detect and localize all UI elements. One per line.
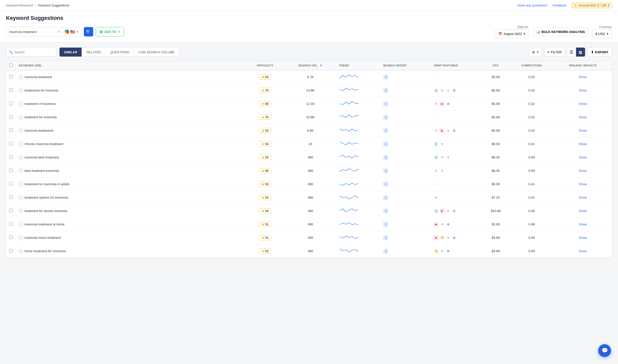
tab-low-search-volume[interactable]: LOW SEARCH VOLUME [134, 48, 179, 57]
header-keyword[interactable]: KEYWORD (359) [16, 61, 246, 70]
show-organic-link[interactable]: Show [579, 115, 587, 119]
add-keyword-button[interactable]: + [19, 128, 23, 133]
filter-bar: 🔍 SIMILAR RELATED QUESTIONS LOW SEARCH V… [6, 47, 612, 57]
header-serp-features[interactable]: SERP FEATURES [431, 61, 482, 70]
add-keyword-button[interactable]: + [19, 88, 23, 93]
tab-related[interactable]: RELATED [82, 48, 106, 57]
row-cpc: $8.45 [482, 151, 509, 164]
list-serp-icon: ≡ [446, 235, 451, 240]
serp-icons-group: $≡ [434, 142, 479, 147]
row-checkbox[interactable] [9, 169, 13, 172]
trend-sparkline [339, 153, 359, 161]
list-serp-icon: ≡ [440, 249, 445, 254]
breadcrumb-current: Keyword Suggestions [38, 3, 69, 7]
table-search-input[interactable] [14, 50, 54, 54]
row-checkbox[interactable] [9, 128, 13, 132]
row-search-vol: 12.1K [285, 97, 336, 111]
row-intent: I [380, 111, 431, 124]
difficulty-dot [262, 210, 264, 212]
add-keyword-button[interactable]: + [19, 249, 23, 253]
difficulty-dot [262, 90, 264, 91]
filter-button[interactable]: ≡ FILTER [544, 48, 565, 57]
show-organic-link[interactable]: Show [579, 249, 587, 253]
clear-search-button[interactable]: ✕ [56, 30, 62, 34]
currency-selector[interactable]: $ USD ▼ [592, 29, 612, 38]
dollar-serp-icon: $ [434, 142, 439, 147]
row-intent: I [380, 178, 431, 191]
header-competition[interactable]: COMPETITION [509, 61, 554, 70]
add-to-button[interactable]: ⊕ ADD TO ▼ [96, 27, 124, 36]
add-keyword-button[interactable]: + [19, 169, 23, 173]
breadcrumb-keyword-research[interactable]: Keyword Research [6, 3, 33, 7]
row-checkbox[interactable] [9, 249, 13, 252]
show-organic-link[interactable]: Show [579, 89, 587, 92]
export-button[interactable]: ⬆ EXPORT [587, 48, 612, 57]
tab-similar[interactable]: SIMILAR [60, 48, 82, 57]
row-checkbox[interactable] [9, 236, 13, 239]
network-serp-icon: ⊕ [446, 249, 451, 254]
add-keyword-button[interactable]: + [19, 195, 23, 200]
header-organic-results[interactable]: ORGANIC RESULTS [554, 61, 612, 70]
row-competition: 0.99 [509, 151, 554, 164]
list-serp-icon: ≡ [440, 155, 445, 160]
row-checkbox[interactable] [9, 102, 13, 105]
add-keyword-button[interactable]: + [19, 236, 23, 240]
row-serp-features: ≡ [431, 191, 482, 204]
search-button[interactable]: 🔍 [84, 27, 93, 36]
show-organic-link[interactable]: Show [579, 129, 587, 132]
row-checkbox[interactable] [9, 75, 13, 78]
header-search-vol[interactable]: SEARCH VOL. ▼ [285, 61, 336, 70]
show-organic-link[interactable]: Show [579, 155, 587, 159]
show-organic-link[interactable]: Show [579, 169, 587, 173]
date-picker-button[interactable]: 📅 August 2023 ▼ [495, 29, 529, 38]
row-keyword: + best treatment insomnia [16, 164, 246, 178]
row-checkbox[interactable] [9, 222, 13, 226]
row-competition: 0.32 [509, 124, 554, 137]
keyword-input[interactable] [6, 30, 56, 34]
add-keyword-button[interactable]: + [19, 222, 23, 227]
add-keyword-button[interactable]: + [19, 142, 23, 146]
show-organic-link[interactable]: Show [579, 142, 587, 146]
row-checkbox[interactable] [9, 88, 13, 92]
table-row: + treatments for insomnia 70 14.8K I $≡≡… [6, 84, 612, 97]
row-checkbox[interactable] [9, 182, 13, 185]
row-keyword: + treatments for insomnia [16, 84, 246, 97]
row-serp-features: $≡≡ [431, 151, 482, 164]
row-checkbox[interactable] [9, 195, 13, 199]
row-cpc: $5.08 [482, 70, 509, 84]
row-checkbox-cell [6, 218, 16, 231]
show-organic-link[interactable]: Show [579, 236, 587, 240]
header-trend[interactable]: TREND [336, 61, 380, 70]
add-keyword-button[interactable]: + [19, 75, 23, 79]
show-organic-link[interactable]: Show [579, 75, 587, 79]
row-checkbox[interactable] [9, 142, 13, 145]
select-all-checkbox[interactable] [9, 63, 13, 67]
bulk-analysis-button[interactable]: 📊 BULK KEYWORD ANALYSIS [533, 27, 588, 36]
view-toggle: ☰ ▦ [567, 47, 585, 57]
add-keyword-button[interactable]: + [19, 102, 23, 106]
feedback-link[interactable]: Feedback [553, 3, 567, 7]
tab-questions[interactable]: QUESTIONS [106, 48, 134, 57]
columns-selector[interactable]: ⊞ ▼ [529, 48, 542, 57]
header-difficulty[interactable]: DIFFICULTY [246, 61, 285, 70]
add-keyword-button[interactable]: + [19, 155, 23, 160]
show-organic-link[interactable]: Show [579, 102, 587, 106]
help-link[interactable]: Have any questions? [518, 3, 548, 7]
dollar-serp-icon: $ [434, 155, 439, 160]
show-organic-link[interactable]: Show [579, 209, 587, 213]
header-cpc[interactable]: CPC [482, 61, 509, 70]
show-organic-link[interactable]: Show [579, 222, 587, 226]
row-checkbox[interactable] [9, 209, 13, 212]
add-keyword-button[interactable]: + [19, 115, 23, 120]
row-checkbox[interactable] [9, 115, 13, 119]
search-engine-selector[interactable]: 🇺🇸 ▼ [62, 30, 81, 34]
row-cpc: $5.08 [482, 97, 509, 111]
show-organic-link[interactable]: Show [579, 182, 587, 186]
list-view-button[interactable]: ☰ [567, 48, 576, 57]
header-search-intent[interactable]: SEARCH INTENT [380, 61, 431, 70]
add-keyword-button[interactable]: + [19, 182, 23, 186]
grid-view-button[interactable]: ▦ [576, 48, 585, 57]
add-keyword-button[interactable]: + [19, 209, 23, 213]
show-organic-link[interactable]: Show [579, 196, 587, 199]
row-checkbox[interactable] [9, 155, 13, 159]
